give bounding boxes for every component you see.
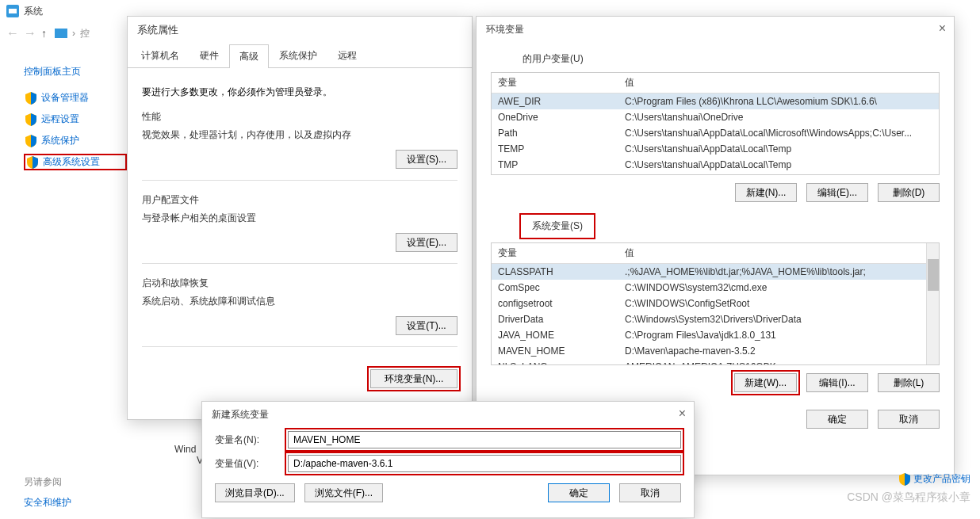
var-name: MAVEN_HOME [492,343,618,359]
user-new-button[interactable]: 新建(N)... [735,183,797,202]
breadcrumb-sep: › [72,28,75,39]
sysprop-tabs: 计算机名硬件高级系统保护远程 [128,44,472,68]
var-value: C:\WINDOWS\system32\cmd.exe [618,280,939,296]
startup-desc: 系统启动、系统故障和调试信息 [142,295,457,308]
var-value-label: 变量值(V): [215,457,278,471]
perf-settings-button[interactable]: 设置(S)... [396,150,457,169]
newvar-close-icon[interactable]: × [679,406,686,421]
var-value: C:\Users\tanshuai\OneDrive [618,109,939,125]
var-value: C:\WINDOWS\ConfigSetRoot [618,296,939,311]
sidebar: 控制面板主页 设备管理器远程设置系统保护高级系统设置 [24,65,127,175]
breadcrumb-icon [55,29,67,38]
table-row[interactable]: NLS_LANGAMERICAN_AMERICA.ZHS16GBK [492,359,939,365]
env-ok-button[interactable]: 确定 [806,410,868,429]
env-close-icon[interactable]: × [939,21,946,36]
up-icon[interactable]: ↑ [41,27,47,40]
env-vars-button[interactable]: 环境变量(N)... [370,369,457,388]
shield-icon [25,92,36,105]
user-vars-table[interactable]: 变量值 AWE_DIRC:\Program Files (x86)\Khrona… [491,72,940,175]
var-name: JAVA_HOME [492,327,618,343]
sidebar-item-label: 系统保护 [41,134,79,147]
tab-远程[interactable]: 远程 [327,44,367,67]
table-row[interactable]: configsetrootC:\WINDOWS\ConfigSetRoot [492,296,939,311]
table-row[interactable]: PathC:\Users\tanshuai\AppData\Local\Micr… [492,125,939,141]
col-val-s[interactable]: 值 [618,243,939,264]
windows-version: Wind V [174,444,203,466]
env-cancel-button[interactable]: 取消 [878,410,940,429]
breadcrumb-text[interactable]: 控 [80,27,90,40]
sys-scrollbar[interactable] [926,243,939,364]
back-icon[interactable]: ← [6,26,19,40]
sidebar-item-3[interactable]: 高级系统设置 [24,154,127,170]
table-row[interactable]: CLASSPATH.;%JAVA_HOME%\lib\dt.jar;%JAVA_… [492,264,939,280]
profile-group: 用户配置文件 与登录帐户相关的桌面设置 设置(E)... [142,193,457,264]
scrollbar-thumb[interactable] [928,259,939,291]
sidebar-home[interactable]: 控制面板主页 [24,65,127,78]
new-sysvar-dialog: 新建系统变量 × 变量名(N): 变量值(V): 浏览目录(D)... 浏览文件… [201,401,695,518]
var-name: OneDrive [492,109,618,125]
tab-硬件[interactable]: 硬件 [189,44,229,67]
var-name: CLASSPATH [492,264,618,280]
table-row[interactable]: JAVA_HOMEC:\Program Files\Java\jdk1.8.0_… [492,327,939,343]
tab-高级[interactable]: 高级 [229,44,269,68]
newvar-cancel-button[interactable]: 取消 [619,483,681,502]
var-name: TMP [492,157,618,173]
sys-new-button[interactable]: 新建(W)... [734,373,797,392]
change-product-key-link[interactable]: 更改产品密钥 [899,472,970,486]
startup-settings-button[interactable]: 设置(T)... [396,316,457,335]
perf-desc: 视觉效果，处理器计划，内存使用，以及虚拟内存 [142,128,457,142]
var-value: .;%JAVA_HOME%\lib\dt.jar;%JAVA_HOME%\lib… [618,264,939,280]
var-value: C:\Users\tanshuai\AppData\Local\Microsof… [618,125,939,141]
var-value-input[interactable] [288,455,681,472]
col-val[interactable]: 值 [618,73,939,93]
var-value: D:\Maven\apache-maven-3.5.2 [618,343,939,359]
sysprop-info: 要进行大多数更改，你必须作为管理员登录。 [142,86,457,99]
shield-icon [25,135,36,147]
col-var-s[interactable]: 变量 [492,243,618,264]
perf-title: 性能 [142,110,457,124]
sysprop-title: 系统属性 [128,17,472,44]
var-name: TEMP [492,141,618,157]
sidebar-item-2[interactable]: 系统保护 [24,132,127,149]
system-properties-dialog: 系统属性 计算机名硬件高级系统保护远程 要进行大多数更改，你必须作为管理员登录。… [127,16,473,420]
sidebar-item-1[interactable]: 远程设置 [24,111,127,128]
table-row[interactable]: ComSpecC:\WINDOWS\system32\cmd.exe [492,280,939,296]
sidebar-item-label: 远程设置 [41,113,79,126]
var-name-input[interactable] [288,431,681,448]
system-icon [6,5,19,17]
profile-desc: 与登录帐户相关的桌面设置 [142,212,457,225]
table-row[interactable]: DriverDataC:\Windows\System32\Drivers\Dr… [492,311,939,327]
tab-系统保护[interactable]: 系统保护 [269,44,327,67]
browse-file-button[interactable]: 浏览文件(F)... [304,483,383,502]
sidebar-item-0[interactable]: 设备管理器 [24,90,127,106]
sys-delete-button[interactable]: 删除(L) [878,373,940,392]
shield-icon [27,156,38,169]
var-name: NLS_LANG [492,359,618,365]
browse-dir-button[interactable]: 浏览目录(D)... [215,483,295,502]
table-row[interactable]: MAVEN_HOMED:\Maven\apache-maven-3.5.2 [492,343,939,359]
user-delete-button[interactable]: 删除(D) [878,183,940,202]
table-row[interactable]: TEMPC:\Users\tanshuai\AppData\Local\Temp [492,141,939,157]
user-vars-label: 的用户变量(U) [523,52,940,66]
sidebar-item-label: 高级系统设置 [43,155,100,169]
env-title: 环境变量 [477,17,954,43]
var-name: DriverData [492,311,618,327]
newvar-ok-button[interactable]: 确定 [548,483,610,502]
forward-icon[interactable]: → [24,26,36,40]
var-name: Path [492,125,618,141]
performance-group: 性能 视觉效果，处理器计划，内存使用，以及虚拟内存 设置(S)... [142,110,457,181]
watermark: CSDN @菜鸟程序猿小章 [847,490,970,505]
profile-settings-button[interactable]: 设置(E)... [396,233,457,252]
col-var[interactable]: 变量 [492,73,618,93]
sys-edit-button[interactable]: 编辑(I)... [806,373,868,392]
security-maintenance-link[interactable]: 安全和维护 [24,496,71,509]
table-row[interactable]: OneDriveC:\Users\tanshuai\OneDrive [492,109,939,125]
var-value: C:\Users\tanshuai\AppData\Local\Temp [618,157,939,173]
table-row[interactable]: TMPC:\Users\tanshuai\AppData\Local\Temp [492,157,939,173]
tab-计算机名[interactable]: 计算机名 [131,44,189,67]
user-edit-button[interactable]: 编辑(E)... [806,183,868,202]
table-row[interactable]: AWE_DIRC:\Program Files (x86)\Khrona LLC… [492,93,939,110]
startup-title: 启动和故障恢复 [142,277,457,290]
startup-group: 启动和故障恢复 系统启动、系统故障和调试信息 设置(T)... [142,277,457,347]
sys-vars-table[interactable]: 变量值 CLASSPATH.;%JAVA_HOME%\lib\dt.jar;%J… [491,242,940,365]
